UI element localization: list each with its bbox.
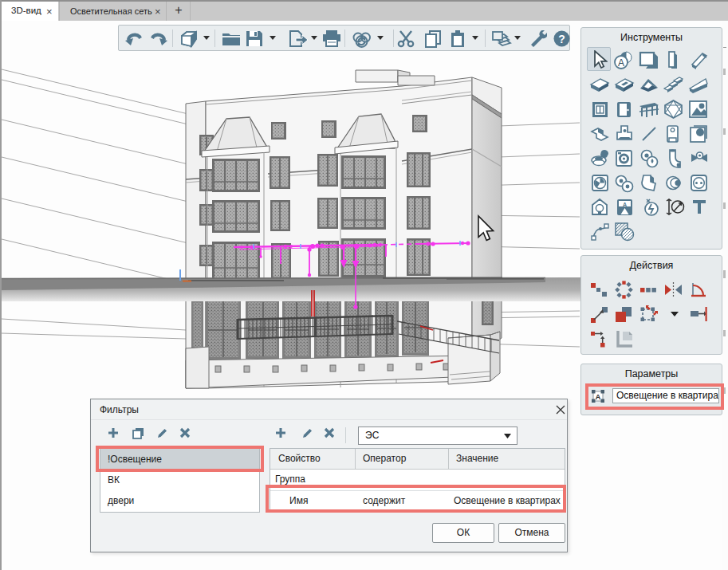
svg-text:?: ?: [558, 33, 565, 45]
svg-text:A: A: [618, 57, 624, 69]
svg-text:A: A: [623, 202, 627, 207]
